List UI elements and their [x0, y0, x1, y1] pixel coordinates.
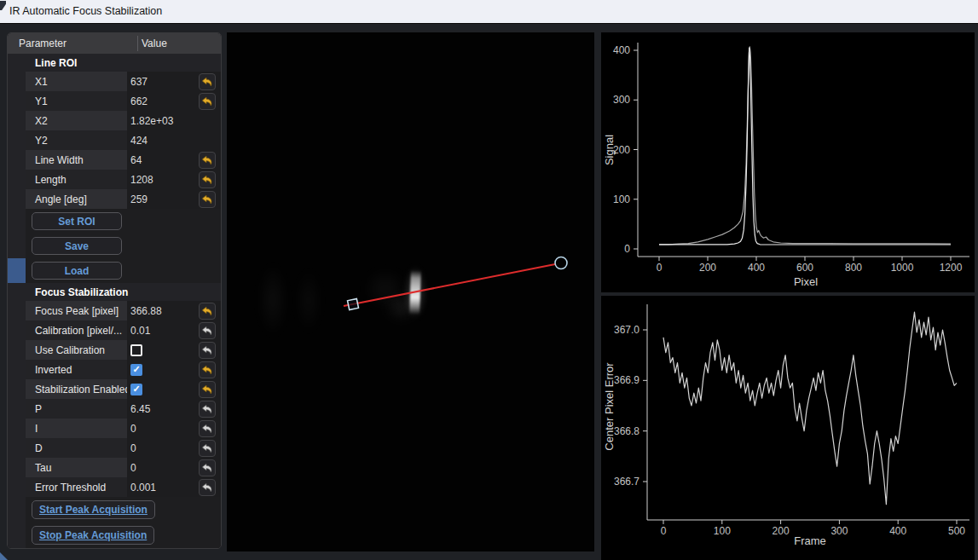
param-value[interactable]: 0.001	[130, 482, 156, 494]
signal-plot[interactable]: 0100200300400020040060080010001200PixelS…	[601, 32, 975, 292]
reset-x1-button[interactable]	[199, 73, 216, 90]
reset-cell	[197, 170, 221, 189]
reset-error-threshold-button[interactable]	[199, 479, 216, 496]
param-value[interactable]: 662	[130, 95, 148, 107]
save-button[interactable]: Save	[32, 237, 122, 255]
param-value[interactable]: 0	[130, 442, 136, 454]
inverted-checkbox[interactable]: ✓	[130, 364, 142, 376]
table-header: Parameter Value	[8, 33, 221, 54]
x-tick-label: 400	[889, 525, 906, 537]
undo-arrow-icon	[200, 422, 214, 436]
roi-handle-square[interactable]	[348, 299, 359, 310]
param-value-cell: 0	[127, 438, 197, 458]
param-value-cell: 64	[127, 150, 197, 170]
row-gutter	[8, 477, 26, 497]
y-tick-label: 100	[613, 193, 630, 205]
param-value-cell: 0.001	[127, 477, 197, 497]
param-row-tau: Tau0	[8, 458, 221, 477]
param-value[interactable]: 424	[130, 135, 148, 147]
row-gutter	[8, 301, 26, 320]
param-value[interactable]: 1.82e+03	[130, 115, 173, 127]
parameter-rows: Line ROIX1637Y1662X21.82e+03Y2424Line Wi…	[8, 54, 221, 548]
param-value[interactable]: 637	[130, 76, 148, 88]
camera-image-view[interactable]	[227, 32, 594, 551]
error-plot[interactable]: 366.7366.8366.9367.00100200300400500Fram…	[601, 296, 975, 560]
stop-peak-acquisition-button[interactable]: Stop Peak Acquisition	[32, 526, 154, 545]
reset-line-width-button[interactable]	[199, 152, 216, 169]
param-row-calibration-pixel: Calibration [pixel/...0.01	[8, 320, 221, 340]
param-value-cell: 1.82e+03	[127, 111, 197, 130]
undo-arrow-icon	[200, 324, 214, 338]
reset-d-button[interactable]	[199, 440, 216, 457]
row-gutter	[8, 91, 26, 111]
column-header-value[interactable]: Value	[137, 36, 221, 51]
row-gutter	[8, 438, 26, 458]
resize-grip[interactable]	[0, 552, 8, 560]
reset-cell	[197, 360, 221, 379]
reset-use-calibration-button[interactable]	[199, 342, 216, 359]
reset-inverted-button[interactable]	[199, 361, 216, 378]
param-value-cell: 637	[127, 72, 197, 91]
param-value[interactable]: 0	[130, 423, 136, 435]
reset-stabilization-enabled-button[interactable]	[199, 381, 216, 398]
undo-arrow-icon	[200, 344, 214, 357]
param-row-error-threshold: Error Threshold0.001	[8, 477, 221, 497]
load-button[interactable]: Load	[32, 262, 122, 280]
param-value[interactable]: 0.01	[130, 325, 150, 337]
param-row-y1: Y1662	[8, 91, 221, 111]
reset-i-button[interactable]	[199, 420, 216, 437]
set-roi-button[interactable]: Set ROI	[32, 212, 122, 230]
reset-cell	[197, 91, 221, 111]
param-value[interactable]: 1208	[130, 174, 153, 186]
undo-arrow-icon	[200, 173, 214, 187]
param-value-cell: 0.01	[127, 320, 197, 340]
y-tick-label: 400	[613, 44, 630, 56]
param-value[interactable]: 0	[130, 462, 136, 474]
param-value-cell: 662	[127, 91, 197, 111]
reset-length-button[interactable]	[199, 171, 216, 188]
reset-cell	[197, 111, 221, 130]
param-value[interactable]: 366.88	[130, 305, 162, 317]
reset-p-button[interactable]	[199, 401, 216, 418]
param-value[interactable]: 6.45	[130, 403, 150, 415]
reset-tau-button[interactable]	[199, 459, 216, 476]
param-label: Y1	[26, 91, 127, 111]
y-tick-label: 366.8	[614, 425, 639, 437]
row-gutter	[8, 379, 26, 399]
column-header-parameter[interactable]: Parameter	[8, 38, 137, 49]
param-value[interactable]: 64	[130, 154, 142, 166]
title-bar[interactable]: IR Automatic Focus Stabilization	[0, 0, 978, 24]
reset-cell	[197, 189, 221, 209]
param-label: Length	[26, 170, 127, 189]
param-row-y2: Y2424	[8, 130, 221, 150]
row-gutter	[8, 72, 26, 91]
roi-line[interactable]	[344, 264, 555, 306]
row-gutter	[8, 54, 26, 72]
reset-y1-button[interactable]	[199, 93, 216, 110]
param-row-x2: X21.82e+03	[8, 111, 221, 130]
group-row-focus-stabilization: Focus Stabilization	[8, 283, 221, 301]
param-row-line-width: Line Width64	[8, 150, 221, 170]
start-peak-acquisition-button[interactable]: Start Peak Acquisition	[32, 500, 155, 519]
param-label: Calibration [pixel/...	[26, 320, 127, 340]
param-label: Inverted	[26, 360, 127, 379]
param-row-angle-deg: Angle [deg]259	[8, 189, 221, 209]
group-label: Line ROI	[26, 57, 77, 69]
series-signal	[659, 47, 951, 245]
param-value[interactable]: 259	[130, 193, 148, 205]
param-value-cell: 0	[127, 419, 197, 438]
reset-angle-deg-button[interactable]	[199, 191, 216, 208]
reset-calibration-pixel-button[interactable]	[199, 322, 216, 339]
button-row-stop-peak-acquisition: Stop Peak Acquisition	[8, 522, 221, 548]
x-tick-label: 600	[796, 262, 813, 274]
x-tick-label: 0	[657, 262, 663, 274]
row-gutter	[8, 209, 26, 234]
group-row-line-roi: Line ROI	[8, 54, 221, 72]
param-label: D	[26, 438, 127, 458]
undo-arrow-icon	[200, 153, 214, 167]
roi-handle-circle[interactable]	[555, 257, 567, 269]
stabilization-enabled-checkbox[interactable]: ✓	[130, 384, 142, 395]
row-gutter	[8, 283, 26, 301]
use-calibration-checkbox[interactable]	[130, 344, 142, 356]
reset-focus-peak-pixel-button[interactable]	[199, 303, 216, 320]
